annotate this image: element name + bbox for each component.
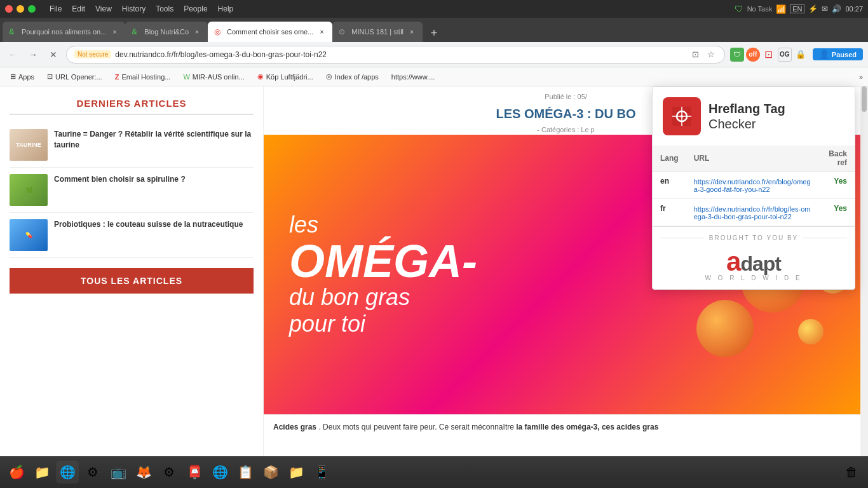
backref-en: Yes (834, 177, 847, 186)
email-icon: Z (115, 73, 119, 81)
reader-icon[interactable]: ⊡ (690, 49, 702, 60)
adapt-a-letter: a (726, 247, 740, 276)
col-lang: Lang (653, 146, 686, 172)
ext-red-icon[interactable]: ⊡ (762, 48, 776, 62)
bookmark-star-icon[interactable]: ☆ (705, 49, 717, 60)
bookmark-kop[interactable]: ◉ Köp Luftfjädri... (252, 71, 318, 82)
article-title-spiruline: Comment bien choisir sa spiruline ? (54, 174, 254, 185)
mir-icon: W (183, 73, 189, 81)
hreflang-row-fr: fr https://dev.nutriandco.fr/fr/blog/les… (653, 199, 855, 226)
tab-4-title: MINUS 181 | still (351, 28, 403, 36)
article-thumb-probiotiques: 💊 (10, 219, 48, 251)
traffic-light-red[interactable] (5, 5, 13, 13)
tab-bar: & Pourquoi nos aliments on... × & Blog N… (0, 18, 868, 42)
article-text-probiotiques: Probiotiques : le couteau suisse de la n… (54, 219, 254, 251)
taskbar-folder[interactable]: 📁 (285, 461, 308, 484)
traffic-light-yellow[interactable] (17, 5, 24, 13)
url-en-link[interactable]: https://dev.nutriandco.fr/en/blog/omega-… (694, 178, 814, 193)
scrollbar-thumb[interactable] (862, 86, 867, 112)
bookmark-index[interactable]: ◎ Index of /apps (321, 71, 384, 82)
address-box[interactable]: Not secure dev.nutriandco.fr/fr/blog/les… (66, 46, 725, 64)
taskbar-mobile[interactable]: 📱 (310, 461, 333, 484)
titlebar-right: 🛡 No Task 📶 EN ⚡ ✉ 🔊 00:27 (735, 4, 863, 14)
taskbar-mail[interactable]: 📮 (183, 461, 206, 484)
security-badge: Not secure (74, 50, 111, 58)
menu-people[interactable]: People (184, 4, 207, 13)
article-text-taurine: Taurine = Danger ? Rétablir la vérité sc… (54, 129, 254, 161)
taskbar-finder[interactable]: 🍎 (5, 461, 28, 484)
back-button[interactable]: ← (5, 47, 20, 62)
tab-3[interactable]: ◎ Comment choisir ses ome... × (208, 22, 332, 42)
bookmark-email[interactable]: Z Email Hosting... (110, 72, 176, 82)
bluetooth-icon: ⚡ (808, 4, 818, 13)
bookmarks-bar: ⊞ Apps ⊡ URL Opener:... Z Email Hosting.… (0, 67, 868, 86)
taskbar-trash[interactable]: 🗑 (840, 461, 863, 484)
article-item-spiruline[interactable]: 🌿 Comment bien choisir sa spiruline ? (10, 168, 254, 213)
reload-button[interactable]: ✕ (46, 47, 61, 62)
kop-icon: ◉ (257, 72, 264, 81)
bookmark-mir[interactable]: W MIR-AUS onlin... (178, 72, 249, 82)
address-bar: ← → ✕ Not secure dev.nutriandco.fr/fr/bl… (0, 42, 868, 67)
article-thumb-taurine: TAURINE (10, 129, 48, 161)
menu-history[interactable]: History (122, 4, 146, 13)
famille-label: la famille des oméga-3, ces acides gras (516, 423, 658, 431)
taskbar-package[interactable]: 📦 (259, 461, 282, 484)
bookmark-url-opener[interactable]: ⊡ URL Opener:... (42, 71, 107, 82)
taskbar-files[interactable]: 📁 (31, 461, 53, 484)
tab-4-close[interactable]: × (407, 27, 416, 36)
menu-tools[interactable]: Tools (156, 4, 173, 13)
bookmark-https[interactable]: https://www.... (386, 72, 440, 82)
menu-file[interactable]: File (50, 4, 62, 13)
traffic-light-green[interactable] (28, 5, 36, 13)
new-tab-button[interactable]: + (425, 24, 443, 42)
url-display: dev.nutriandco.fr/fr/blog/les-omega-3-du… (115, 50, 686, 59)
ext-adblock-icon[interactable]: off (746, 48, 760, 62)
brought-by-label: BROUGHT TO YOU BY (660, 234, 847, 241)
forward-button[interactable]: → (25, 47, 41, 62)
tab-2-close[interactable]: × (193, 27, 201, 36)
ext-lock-icon[interactable]: 🔒 (794, 48, 808, 62)
apps-grid-icon: ⊞ (10, 72, 16, 81)
hreflang-row-en: en https://dev.nutriandco.fr/en/blog/ome… (653, 172, 855, 199)
tab-4[interactable]: ⊙ MINUS 181 | still × (332, 22, 423, 42)
bookmark-apps[interactable]: ⊞ Apps (5, 71, 39, 82)
lang-fr: fr (660, 204, 679, 213)
article-thumb-spiruline: 🌿 (10, 174, 48, 206)
taskbar-browser1[interactable]: 🌐 (56, 461, 79, 484)
hreflang-popup: Hreflang Tag Checker Lang URL Back ref (652, 86, 855, 290)
tab-2[interactable]: & Blog Nutri&Co × (125, 22, 208, 42)
article-item-probiotiques[interactable]: 💊 Probiotiques : le couteau suisse de la… (10, 213, 254, 258)
tab-1-close[interactable]: × (110, 27, 119, 36)
taskbar-chrome[interactable]: 🌐 (208, 461, 231, 484)
shield-icon: 🛡 (735, 4, 743, 14)
taskbar-notes[interactable]: 📋 (234, 461, 257, 484)
adapt-rest: dapt (740, 252, 781, 275)
webpage-sidebar: DERNIERS ARTICLES TAURINE Taurine = Dang… (0, 86, 264, 488)
hero-pour-toi: pour toi (289, 311, 477, 337)
ext-og-icon[interactable]: OG (778, 48, 792, 62)
article-item-taurine[interactable]: TAURINE Taurine = Danger ? Rétablir la v… (10, 123, 254, 168)
volume-icon: 🔊 (832, 4, 841, 13)
ext-shield-icon[interactable]: 🛡 (730, 48, 744, 62)
menu-edit[interactable]: Edit (72, 4, 85, 13)
bookmark-email-label: Email Hosting... (121, 73, 170, 81)
hreflang-table: Lang URL Back ref en https://dev.nutrian… (653, 146, 855, 226)
url-fr-link[interactable]: https://dev.nutriandco.fr/fr/blog/les-om… (694, 205, 814, 220)
article-title-taurine: Taurine = Danger ? Rétablir la vérité sc… (54, 129, 254, 151)
no-task-indicator: No Task (747, 5, 773, 13)
tous-articles-button[interactable]: TOUS LES ARTICLES (10, 268, 254, 294)
bookmark-apps-label: Apps (18, 73, 34, 81)
bookmarks-more-button[interactable]: » (859, 73, 863, 81)
taskbar-settings[interactable]: ⚙ (158, 461, 180, 484)
taskbar-terminal[interactable]: ⚙ (81, 461, 104, 484)
tab-1[interactable]: & Pourquoi nos aliments on... × (3, 22, 125, 42)
taskbar-media[interactable]: 📺 (107, 461, 130, 484)
paused-button[interactable]: 👤 Paused (813, 48, 863, 60)
page-scrollbar[interactable] (860, 86, 868, 488)
menu-help[interactable]: Help (218, 4, 234, 13)
tab-4-favicon: ⊙ (339, 27, 348, 36)
menu-view[interactable]: View (95, 4, 112, 13)
taskbar-firefox[interactable]: 🦊 (132, 461, 155, 484)
tab-3-close[interactable]: × (317, 27, 326, 36)
derniers-articles-title: DERNIERS ARTICLES (10, 93, 254, 115)
